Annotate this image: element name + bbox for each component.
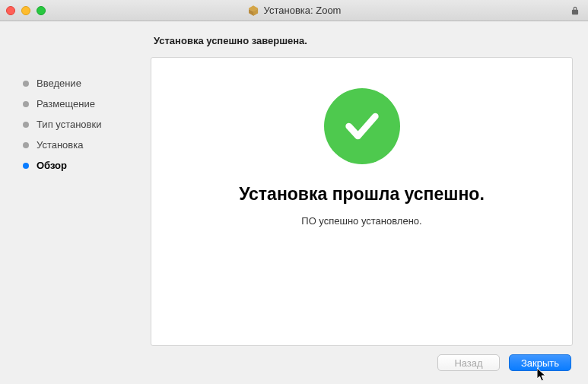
success-subtext: ПО успешно установлено. [301, 215, 421, 227]
lock-icon [570, 5, 580, 16]
sidebar-item-summary: Обзор [23, 155, 151, 176]
content-column: Установка успешно завершена. Установка п… [151, 35, 573, 346]
bullet-icon [23, 81, 29, 87]
bullet-icon [23, 142, 29, 148]
content-panel: Установка прошла успешно. ПО успешно уст… [151, 57, 573, 346]
success-check-icon [324, 88, 400, 164]
window-minimize-button[interactable] [21, 6, 30, 15]
sidebar-item-intro: Введение [23, 73, 151, 94]
window-maximize-button[interactable] [37, 6, 46, 15]
sidebar: Введение Размещение Тип установки Устано… [0, 35, 151, 346]
success-title: Установка прошла успешно. [239, 184, 485, 205]
sidebar-item-install-type: Тип установки [23, 114, 151, 135]
close-button[interactable]: Закрыть [509, 354, 571, 371]
sidebar-item-label: Тип установки [37, 119, 101, 130]
main-row: Введение Размещение Тип установки Устано… [0, 21, 588, 346]
bullet-icon [23, 101, 29, 107]
back-button[interactable]: Назад [437, 354, 500, 371]
body-area: Введение Размещение Тип установки Устано… [0, 21, 588, 384]
bullet-icon [23, 122, 29, 128]
bullet-icon [23, 163, 29, 169]
sidebar-item-label: Введение [37, 78, 81, 89]
traffic-lights [6, 6, 46, 15]
window-title: Установка: Zoom [264, 5, 342, 16]
sidebar-item-destination: Размещение [23, 94, 151, 114]
sidebar-item-installation: Установка [23, 135, 151, 155]
sidebar-item-label: Размещение [37, 98, 95, 109]
footer: Назад Закрыть [0, 346, 588, 384]
package-icon [247, 5, 259, 17]
sidebar-item-label: Обзор [37, 160, 67, 171]
titlebar: Установка: Zoom [0, 0, 588, 21]
window-close-button[interactable] [6, 6, 15, 15]
sidebar-item-label: Установка [37, 139, 83, 151]
window-title-container: Установка: Zoom [247, 5, 342, 17]
content-subtitle: Установка успешно завершена. [151, 35, 573, 57]
